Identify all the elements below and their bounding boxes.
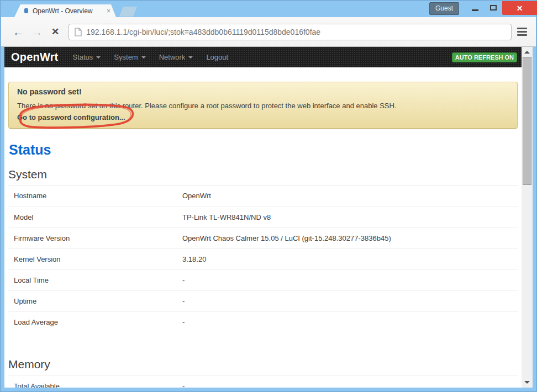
tab-title: OpenWrt - Overview — [33, 7, 103, 15]
page-document-icon — [75, 28, 82, 36]
row-value: OpenWrt — [177, 186, 518, 206]
url-text[interactable]: 192.168.1.1/cgi-bin/luci/;stok=a483ddb0b… — [86, 28, 320, 36]
stop-button[interactable]: ✕ — [46, 27, 64, 36]
minimize-icon — [472, 9, 478, 11]
row-label: Load Average — [8, 311, 177, 332]
row-label: Firmware Version — [8, 227, 177, 248]
section-heading-system: System — [8, 168, 518, 186]
nav-item-logout[interactable]: Logout — [199, 53, 235, 61]
scrollbar-thumb[interactable] — [523, 57, 531, 185]
guest-profile-button[interactable]: Guest — [429, 2, 459, 15]
chevron-down-icon — [141, 56, 146, 59]
row-label: Model — [8, 206, 177, 227]
no-password-alert: No password set! There is no password se… — [8, 82, 518, 129]
alert-title: No password set! — [17, 87, 509, 96]
auto-refresh-badge[interactable]: AUTO REFRESH ON — [452, 52, 517, 62]
row-label: Uptime — [8, 290, 177, 311]
row-value: 3.18.20 — [177, 248, 518, 269]
maximize-button[interactable] — [484, 0, 502, 15]
chevron-down-icon — [96, 56, 101, 59]
table-row: Total Available - — [8, 375, 518, 388]
forward-button[interactable]: → — [28, 27, 46, 38]
maximize-icon — [490, 5, 497, 10]
memory-table: Total Available - — [8, 375, 518, 388]
row-value: - — [177, 269, 518, 290]
scroll-down-icon[interactable] — [524, 381, 530, 384]
openwrt-navbar: OpenWrt Status System Network Logout AUT… — [4, 47, 522, 67]
row-value: TP-Link TL-WR841N/ND v8 — [177, 206, 518, 227]
minimize-button[interactable] — [466, 0, 484, 15]
alert-message: There is no password set on this router.… — [17, 101, 509, 110]
row-label: Local Time — [8, 269, 177, 290]
back-button[interactable]: ← — [9, 27, 28, 38]
row-value: - — [177, 290, 518, 311]
table-row: Firmware Version OpenWrt Chaos Calmer 15… — [8, 227, 518, 248]
table-row: Local Time - — [8, 269, 518, 290]
browser-toolbar: ← → ✕ 192.168.1.1/cgi-bin/luci/;stok=a48… — [1, 17, 536, 47]
page-viewport: OpenWrt Status System Network Logout AUT… — [4, 47, 533, 388]
section-heading-memory: Memory — [8, 358, 518, 375]
password-configuration-link[interactable]: Go to password configuration... — [17, 113, 125, 121]
window-controls: ✕ — [466, 0, 537, 15]
row-value: OpenWrt Chaos Calmer 15.05 / LuCI (git-1… — [177, 227, 518, 248]
scroll-up-icon[interactable] — [524, 51, 530, 54]
nav-item-network[interactable]: Network — [152, 53, 200, 61]
row-label: Kernel Version — [8, 248, 177, 269]
row-value: - — [177, 375, 518, 388]
hamburger-icon — [517, 28, 527, 29]
openwrt-brand[interactable]: OpenWrt — [4, 51, 66, 63]
system-table: Hostname OpenWrt Model TP-Link TL-WR841N… — [8, 186, 518, 332]
page-title: Status — [9, 142, 518, 158]
titlebar: OpenWrt - Overview × Guest ✕ — [0, 0, 537, 17]
address-bar[interactable]: 192.168.1.1/cgi-bin/luci/;stok=a483ddb0b… — [69, 24, 512, 40]
tab-close-icon[interactable]: × — [107, 8, 110, 14]
openwrt-favicon-icon — [24, 8, 28, 13]
table-row: Load Average - — [8, 311, 518, 332]
browser-tab[interactable]: OpenWrt - Overview × — [14, 4, 116, 17]
nav-item-status[interactable]: Status — [66, 53, 107, 61]
browser-menu-button[interactable] — [517, 28, 529, 36]
row-label: Total Available — [8, 375, 177, 388]
row-label: Hostname — [8, 186, 177, 206]
table-row: Hostname OpenWrt — [8, 186, 518, 206]
nav-item-system[interactable]: System — [107, 53, 152, 61]
new-tab-button[interactable] — [119, 7, 137, 17]
close-button[interactable]: ✕ — [502, 1, 537, 15]
row-value: - — [177, 311, 518, 332]
table-row: Kernel Version 3.18.20 — [8, 248, 518, 269]
chevron-down-icon — [188, 56, 193, 59]
vertical-scrollbar[interactable] — [522, 47, 533, 388]
browser-window: OpenWrt - Overview × Guest ✕ ← → ✕ 192.1… — [0, 0, 537, 392]
table-row: Uptime - — [8, 290, 518, 311]
table-row: Model TP-Link TL-WR841N/ND v8 — [8, 206, 518, 227]
